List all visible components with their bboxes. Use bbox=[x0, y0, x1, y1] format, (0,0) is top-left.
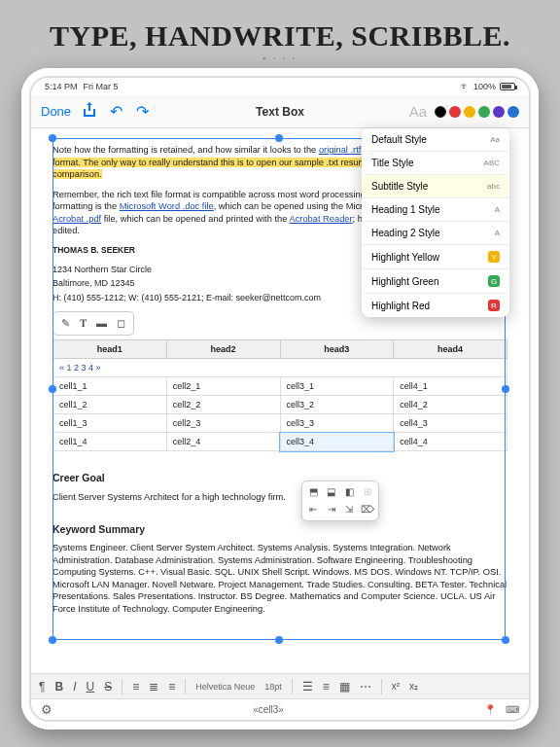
table-cell[interactable]: cell3_4 bbox=[280, 433, 394, 451]
font-name[interactable]: Helvetica Neue bbox=[195, 682, 255, 692]
table-cell[interactable]: cell1_3 bbox=[53, 414, 167, 433]
style-menu-item[interactable]: Title StyleABC bbox=[362, 152, 509, 175]
pager-page[interactable]: 2 bbox=[74, 363, 82, 373]
list-number-icon[interactable]: ≡ bbox=[323, 680, 330, 694]
insert-col-left-icon[interactable]: ◧ bbox=[342, 485, 357, 499]
color-swatch[interactable] bbox=[464, 106, 475, 118]
link-docfile[interactable]: Microsoft Word .doc file bbox=[120, 201, 214, 211]
align-center-icon[interactable]: ≣ bbox=[149, 680, 158, 694]
data-table[interactable]: head1head2head3head4 « 1 2 3 4 » cell1_1… bbox=[52, 339, 508, 452]
table-cell[interactable]: cell3_3 bbox=[280, 414, 394, 433]
table-cell[interactable]: cell4_4 bbox=[394, 433, 508, 451]
goal-text[interactable]: Client Server Systems Architect for a hi… bbox=[52, 491, 508, 504]
text-style-icon[interactable]: Aa bbox=[409, 103, 427, 120]
table-header[interactable]: head2 bbox=[166, 339, 280, 358]
table-cell[interactable]: cell2_3 bbox=[166, 414, 280, 433]
font-size[interactable]: 18pt bbox=[264, 682, 282, 692]
insert-row-above-icon[interactable]: ⬒ bbox=[306, 485, 321, 499]
style-menu-item[interactable]: Heading 1 StyleA bbox=[362, 198, 509, 222]
table-cell[interactable]: cell2_2 bbox=[166, 395, 280, 413]
styles-menu[interactable]: Default StyleAaTitle StyleABCSubtitle St… bbox=[362, 128, 509, 317]
nav-bar: Done ↶ ↷ Text Box Aa bbox=[31, 95, 529, 128]
table-cell[interactable]: cell1_4 bbox=[53, 433, 167, 451]
style-menu-item[interactable]: Subtitle Styleabc bbox=[362, 175, 509, 198]
pager-page[interactable]: 3 bbox=[82, 363, 89, 373]
table-cell[interactable]: cell3_2 bbox=[280, 395, 394, 413]
breadcrumb[interactable]: «cell3» bbox=[253, 704, 284, 715]
color-swatch[interactable] bbox=[478, 106, 490, 118]
table-cell[interactable]: cell4_3 bbox=[394, 414, 508, 433]
heading-goal[interactable]: Creer Goal bbox=[52, 471, 508, 484]
table-icon[interactable]: ▦ bbox=[339, 680, 350, 694]
delete-col-icon[interactable]: ⇥ bbox=[325, 503, 339, 516]
status-date: Fri Mar 5 bbox=[84, 82, 119, 91]
superscript-icon[interactable]: x² bbox=[392, 681, 400, 692]
selection-handle[interactable] bbox=[502, 636, 509, 644]
table-pager[interactable]: « 1 2 3 4 » bbox=[53, 358, 508, 376]
color-swatch[interactable] bbox=[493, 106, 505, 118]
heading-keyword[interactable]: Keyword Summary bbox=[52, 522, 508, 536]
move-icon[interactable]: ⇲ bbox=[342, 503, 357, 516]
table-cell[interactable]: cell2_4 bbox=[166, 433, 280, 451]
battery-icon bbox=[500, 83, 515, 90]
table-row: cell1_4cell2_4cell3_4cell4_4 bbox=[53, 433, 508, 451]
selection-handle[interactable] bbox=[49, 636, 56, 644]
done-button[interactable]: Done bbox=[41, 104, 71, 119]
table-header[interactable]: head3 bbox=[280, 339, 394, 358]
table-cell[interactable]: cell1_2 bbox=[53, 395, 167, 413]
style-menu-item[interactable]: Highlight GreenG bbox=[362, 269, 509, 294]
square-icon[interactable]: ◻ bbox=[117, 316, 125, 331]
subscript-icon[interactable]: x₂ bbox=[409, 681, 418, 692]
bold-icon[interactable]: B bbox=[54, 680, 63, 694]
link-reader[interactable]: Acrobat Reader bbox=[289, 214, 352, 224]
table-cell[interactable]: cell2_1 bbox=[166, 376, 280, 395]
paragraph-icon[interactable]: ¶ bbox=[39, 680, 45, 694]
align-left-icon[interactable]: ≡ bbox=[132, 680, 139, 694]
color-swatch[interactable] bbox=[435, 106, 446, 118]
keyboard-icon[interactable]: ⌨ bbox=[506, 704, 519, 715]
selection-handle[interactable] bbox=[275, 134, 283, 142]
gear-icon[interactable]: ⚙ bbox=[41, 702, 52, 717]
share-icon[interactable] bbox=[83, 102, 96, 122]
format-toolbar: ¶ B I U S ≡ ≣ ≡ Helvetica Neue 18pt ☰ ≡ … bbox=[31, 673, 529, 698]
edit-icon[interactable]: ✎ bbox=[61, 316, 70, 331]
more-icon[interactable]: ⋯ bbox=[360, 680, 371, 694]
style-menu-item[interactable]: Default StyleAa bbox=[362, 128, 509, 152]
status-bar: 5:14 PM Fri Mar 5 ᯤ 100% bbox=[31, 78, 529, 95]
delete-icon[interactable]: ⌦ bbox=[361, 503, 375, 516]
table-cell[interactable]: cell4_2 bbox=[394, 395, 508, 413]
style-menu-item[interactable]: Highlight RedR bbox=[362, 294, 509, 317]
delete-row-icon[interactable]: ⇤ bbox=[306, 503, 321, 516]
undo-icon[interactable]: ↶ bbox=[110, 102, 122, 121]
underline-icon[interactable]: U bbox=[86, 680, 94, 694]
minus-icon[interactable]: ▬ bbox=[96, 316, 107, 331]
redo-icon[interactable]: ↷ bbox=[136, 102, 149, 121]
style-menu-item[interactable]: Heading 2 StyleA bbox=[362, 222, 509, 245]
type-icon[interactable]: 𝐓 bbox=[80, 316, 87, 331]
cell-context-menu[interactable]: ⬒ ⬓ ◧ ⊞ ⇤ ⇥ ⇲ ⌦ bbox=[301, 480, 379, 521]
pager-page[interactable]: 4 bbox=[88, 363, 96, 373]
table-cell[interactable]: cell3_1 bbox=[280, 376, 394, 395]
style-menu-item[interactable]: Highlight YellowY bbox=[362, 245, 509, 269]
table-cell[interactable]: cell1_1 bbox=[53, 376, 167, 395]
table-cell[interactable]: cell4_1 bbox=[394, 376, 508, 395]
insert-row-below-icon[interactable]: ⬓ bbox=[325, 485, 339, 499]
align-right-icon[interactable]: ≡ bbox=[168, 680, 175, 694]
tablet-screen: 5:14 PM Fri Mar 5 ᯤ 100% Done ↶ ↷ Text B… bbox=[31, 78, 529, 720]
selection-handle[interactable] bbox=[49, 134, 56, 142]
selection-handle[interactable] bbox=[275, 636, 283, 644]
keyword-text[interactable]: Systems Engineer. Client Server System A… bbox=[52, 542, 508, 615]
merge-icon[interactable]: ⊞ bbox=[361, 485, 375, 499]
pin-icon[interactable]: 📍 bbox=[484, 704, 496, 715]
footer-bar: ⚙ «cell3» 📍 ⌨ bbox=[31, 698, 529, 720]
nav-title: Text Box bbox=[256, 105, 304, 119]
italic-icon[interactable]: I bbox=[73, 680, 76, 694]
table-header[interactable]: head1 bbox=[53, 339, 167, 358]
link-original[interactable]: original .rtf bbox=[319, 145, 361, 155]
color-swatch[interactable] bbox=[449, 106, 461, 118]
table-header[interactable]: head4 bbox=[394, 339, 508, 358]
strike-icon[interactable]: S bbox=[104, 680, 112, 694]
list-bullet-icon[interactable]: ☰ bbox=[302, 680, 313, 694]
pager-page[interactable]: 1 bbox=[67, 363, 75, 373]
color-swatch[interactable] bbox=[508, 106, 519, 118]
